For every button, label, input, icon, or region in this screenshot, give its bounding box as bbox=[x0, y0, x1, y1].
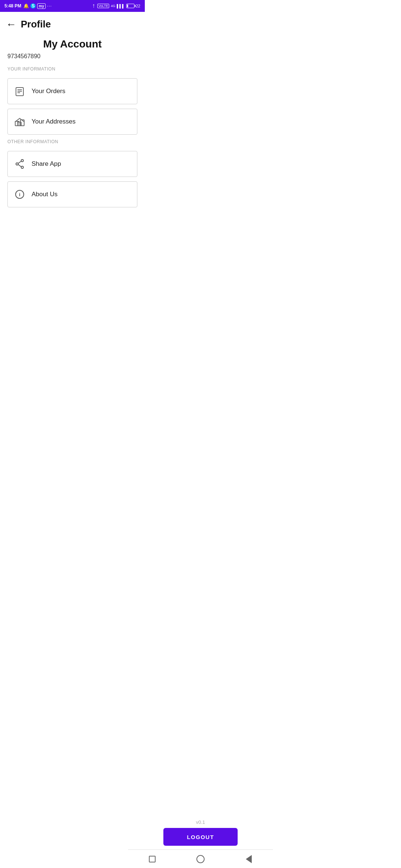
other-information-label: OTHER INFORMATION bbox=[7, 139, 137, 144]
alarm-icon: 🔔 bbox=[23, 3, 29, 9]
about-us-item[interactable]: i About Us bbox=[7, 181, 137, 207]
status-time: 5:48 PM bbox=[4, 3, 21, 9]
your-addresses-item[interactable]: Your Addresses bbox=[7, 109, 137, 135]
your-addresses-label: Your Addresses bbox=[32, 118, 75, 125]
more-icon: ··· bbox=[47, 3, 52, 9]
status-right: ⭡ VoLTE 4G ▌▌▌ 22 bbox=[92, 4, 140, 8]
share-app-item[interactable]: Share App bbox=[7, 151, 137, 177]
volte-icon: VoLTE bbox=[97, 4, 109, 8]
your-information-label: YOUR INFORMATION bbox=[7, 66, 137, 72]
skype-icon: S bbox=[30, 3, 36, 9]
svg-point-7 bbox=[21, 160, 23, 162]
phone-number: 9734567890 bbox=[7, 53, 137, 60]
svg-line-10 bbox=[18, 161, 21, 164]
share-icon bbox=[14, 158, 26, 170]
your-orders-item[interactable]: Your Orders bbox=[7, 78, 137, 104]
svg-point-9 bbox=[21, 166, 23, 168]
svg-line-11 bbox=[18, 165, 21, 167]
app-bar: ← Profile bbox=[0, 12, 145, 34]
network-4g-icon: 4G bbox=[111, 4, 115, 8]
my-icon: my bbox=[37, 3, 45, 9]
notification-icons: 🔔 S my ··· bbox=[23, 3, 52, 9]
svg-text:i: i bbox=[19, 192, 20, 197]
status-left: 5:48 PM 🔔 S my ··· bbox=[4, 3, 52, 9]
main-content: My Account 9734567890 YOUR INFORMATION Y… bbox=[0, 34, 145, 256]
svg-point-8 bbox=[16, 163, 18, 165]
share-app-label: Share App bbox=[32, 160, 61, 168]
back-button[interactable]: ← bbox=[6, 19, 16, 30]
bluetooth-icon: ⭡ bbox=[92, 4, 96, 8]
battery-level: 22 bbox=[136, 4, 140, 8]
account-title: My Account bbox=[7, 38, 137, 50]
orders-icon bbox=[14, 85, 26, 97]
status-bar: 5:48 PM 🔔 S my ··· ⭡ VoLTE 4G ▌▌▌ 22 bbox=[0, 0, 145, 12]
your-orders-label: Your Orders bbox=[32, 88, 65, 95]
battery-icon bbox=[126, 4, 134, 8]
address-icon bbox=[14, 116, 26, 128]
about-us-label: About Us bbox=[32, 191, 58, 198]
info-icon: i bbox=[14, 188, 26, 200]
signal-icon: ▌▌▌ bbox=[117, 4, 124, 8]
page-title: Profile bbox=[21, 19, 51, 30]
